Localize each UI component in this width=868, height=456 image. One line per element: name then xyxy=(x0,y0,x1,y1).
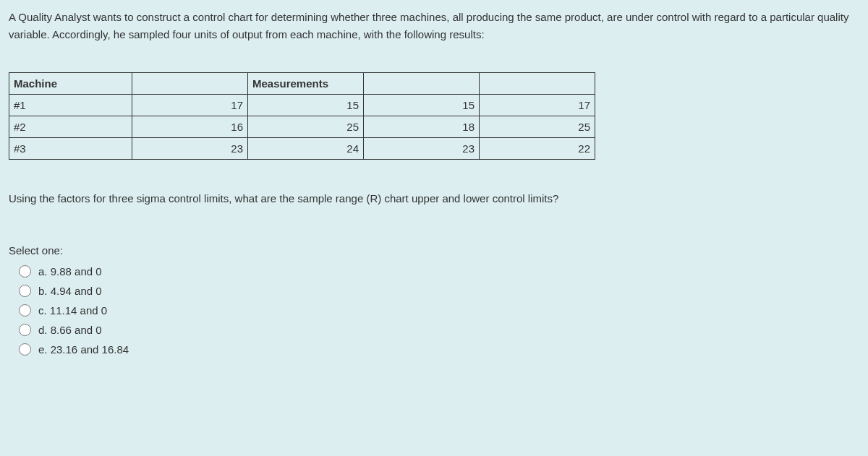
cell-value: 23 xyxy=(364,138,480,160)
option-c[interactable]: c. 11.14 and 0 xyxy=(9,304,859,317)
option-a-label[interactable]: a. 9.88 and 0 xyxy=(38,265,102,278)
radio-a[interactable] xyxy=(19,265,31,278)
question-intro: A Quality Analyst wants to construct a c… xyxy=(9,9,859,43)
table-row: #2 16 25 18 25 xyxy=(9,116,595,138)
cell-value: 25 xyxy=(480,116,595,138)
header-empty-2 xyxy=(364,73,480,95)
header-empty-3 xyxy=(480,73,595,95)
cell-value: 15 xyxy=(248,95,364,116)
radio-e[interactable] xyxy=(19,343,31,356)
cell-value: 17 xyxy=(480,95,595,116)
cell-value: 25 xyxy=(248,116,364,138)
option-b-label[interactable]: b. 4.94 and 0 xyxy=(38,285,102,297)
cell-value: 18 xyxy=(364,116,480,138)
radio-b[interactable] xyxy=(19,285,31,297)
cell-machine: #2 xyxy=(9,116,132,138)
table-row: #3 23 24 23 22 xyxy=(9,138,595,160)
cell-value: 17 xyxy=(132,95,248,116)
option-b[interactable]: b. 4.94 and 0 xyxy=(9,285,859,297)
cell-value: 22 xyxy=(480,138,595,160)
table-header-row: Machine Measurements xyxy=(9,73,595,95)
radio-d[interactable] xyxy=(19,324,31,336)
cell-value: 24 xyxy=(248,138,364,160)
data-table: Machine Measurements #1 17 15 15 17 #2 1… xyxy=(9,72,595,160)
option-c-label[interactable]: c. 11.14 and 0 xyxy=(38,304,107,317)
cell-machine: #3 xyxy=(9,138,132,160)
header-empty-1 xyxy=(132,73,248,95)
option-e-label[interactable]: e. 23.16 and 16.84 xyxy=(38,343,129,356)
cell-value: 15 xyxy=(364,95,480,116)
option-e[interactable]: e. 23.16 and 16.84 xyxy=(9,343,859,356)
option-d[interactable]: d. 8.66 and 0 xyxy=(9,324,859,336)
table-row: #1 17 15 15 17 xyxy=(9,95,595,116)
select-one-label: Select one: xyxy=(9,244,859,257)
question-followup: Using the factors for three sigma contro… xyxy=(9,192,859,205)
cell-value: 16 xyxy=(132,116,248,138)
option-a[interactable]: a. 9.88 and 0 xyxy=(9,265,859,278)
cell-machine: #1 xyxy=(9,95,132,116)
header-machine: Machine xyxy=(9,73,132,95)
header-measurements: Measurements xyxy=(248,73,364,95)
radio-c[interactable] xyxy=(19,304,31,317)
option-d-label[interactable]: d. 8.66 and 0 xyxy=(38,324,102,336)
cell-value: 23 xyxy=(132,138,248,160)
